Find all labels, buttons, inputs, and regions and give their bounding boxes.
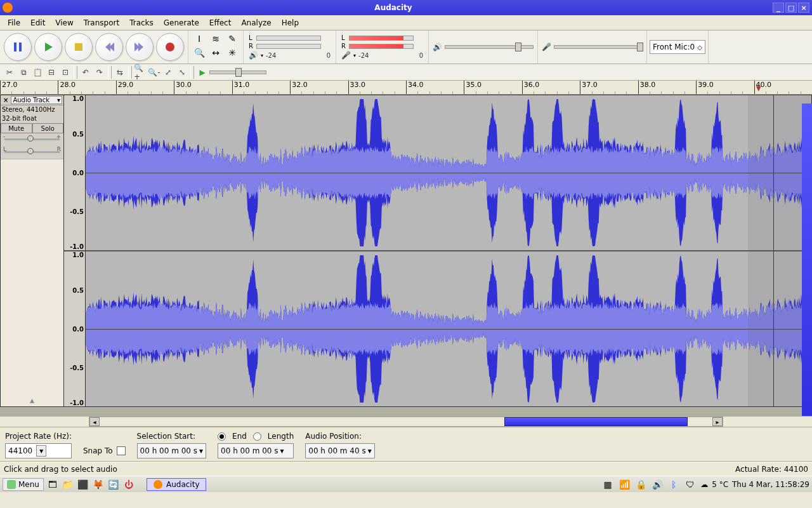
input-meter-l[interactable] [349,36,414,41]
vertical-scrollbar[interactable] [802,104,812,416]
tray-update-icon[interactable]: 🛡 [684,478,697,491]
start-menu-button[interactable]: Menu [3,478,44,491]
clock-text[interactable]: Thu 4 Mar, 11:58:29 [732,480,809,489]
track-format-1: Stereo, 44100Hz [1,105,63,114]
terminal-icon[interactable]: ⬛ [77,478,89,491]
files-icon[interactable]: 📁 [62,478,74,491]
input-volume-slider[interactable] [554,45,643,49]
scroll-left-button[interactable]: ◂ [89,417,100,426]
firefox-icon[interactable]: 🦊 [92,478,105,491]
output-meter-r[interactable] [256,44,321,49]
stop-button[interactable] [65,33,93,61]
menubar: File Edit View Transport Tracks Generate… [0,15,812,30]
zoom-tool-icon[interactable]: 🔍 [191,46,207,60]
show-desktop-icon[interactable]: 🗔 [46,478,59,491]
input-device-combo[interactable]: Front Mic:0 ◇ [650,40,705,54]
os-taskbar: Menu 🗔 📁 ⬛ 🦊 🔄 ⏻ Audacity ▦ 📶 🔒 🔊 ᛒ 🛡 ☁ … [0,476,812,492]
horizontal-scrollbar[interactable]: ◂ ▸ [89,417,723,427]
timeline-ruler[interactable]: 27.028.029.030.031.032.033.034.035.036.0… [0,81,812,95]
silence-icon[interactable]: ⊡ [58,66,72,79]
status-bar: Click and drag to select audio Actual Ra… [0,462,812,476]
end-radio[interactable] [218,432,226,441]
weather-icon[interactable]: ☁ [700,480,708,489]
play-button[interactable] [34,33,62,61]
menu-file[interactable]: File [3,17,25,29]
project-rate-combo[interactable]: 44100 ▾ [5,443,72,458]
track-close-button[interactable]: × [2,97,10,104]
tray-volume-icon[interactable]: 🔊 [651,478,664,491]
reload-icon[interactable]: 🔄 [107,478,120,491]
menu-help[interactable]: Help [277,17,304,29]
minimize-button[interactable]: _ [773,3,784,13]
tools-toolbar: I ≋ ✎ 🔍 ↔ ✳ [188,30,244,64]
pause-button[interactable] [4,33,32,61]
tray-bluetooth-icon[interactable]: ᛒ [667,478,680,491]
power-icon[interactable]: ⏻ [122,478,135,491]
pan-slider[interactable]: L R [1,146,63,159]
solo-button[interactable]: Solo [32,123,64,133]
draw-tool-icon[interactable]: ✎ [224,32,240,46]
meter-dropdown-icon[interactable]: ▾ [353,53,356,58]
track-menu-dropdown[interactable]: Audio Track▾ [11,96,62,104]
output-meter-l[interactable] [256,36,321,41]
waveform-right-channel[interactable]: 1.00.50.0-0.5-1.0 [64,251,811,406]
mic-icon[interactable]: 🎤 [341,51,351,60]
input-meter-r[interactable] [349,44,414,49]
meter-dropdown-icon[interactable]: ▾ [261,53,263,58]
selection-start-field[interactable]: 00 h 00 m 00 s▾ [137,443,206,458]
tray-icon[interactable]: 📶 [618,478,631,491]
cut-icon[interactable]: ✂ [3,66,16,79]
zoom-out-icon[interactable]: 🔍- [147,66,161,79]
menu-analyze[interactable]: Analyze [236,17,276,29]
speaker-icon[interactable]: 🔊 [249,51,258,60]
play-at-speed-icon[interactable]: ▶ [195,66,209,79]
workspace-switcher-icon[interactable]: ▦ [601,478,614,491]
scroll-right-button[interactable]: ▸ [712,417,723,426]
amplitude-ruler-left: 1.00.50.0-0.5-1.0 [64,95,86,250]
output-volume-slider[interactable] [445,45,534,49]
waveform-left-channel[interactable]: 1.00.50.0-0.5-1.0 [64,95,811,251]
menu-edit[interactable]: Edit [25,17,50,29]
gain-slider[interactable]: - + [1,133,63,146]
input-volume-group: 🎤 [538,30,647,64]
trim-icon[interactable]: ⊟ [44,66,58,79]
undo-icon[interactable]: ↶ [79,66,93,79]
scrollbar-thumb[interactable] [504,417,688,426]
tray-icon[interactable]: 🔒 [634,478,647,491]
sync-lock-icon[interactable]: ⇆ [113,66,127,79]
taskbar-app-audacity[interactable]: Audacity [147,478,207,491]
selection-tool-icon[interactable]: I [191,32,207,46]
snap-to-checkbox[interactable] [117,446,126,455]
chevron-down-icon[interactable]: ▾ [36,445,46,457]
skip-start-button[interactable] [95,33,123,61]
waveform-display[interactable]: 1.00.50.0-0.5-1.0 1.00.50.0-0.5-1.0 [64,95,811,406]
menu-transport[interactable]: Transport [79,17,124,29]
fit-project-icon[interactable]: ⤡ [175,66,189,79]
skip-end-button[interactable] [126,33,154,61]
menu-view[interactable]: View [50,17,78,29]
envelope-tool-icon[interactable]: ≋ [207,32,224,46]
input-meter: L R 🎤▾ -240 [336,30,429,64]
redo-icon[interactable]: ↷ [93,66,107,79]
menu-effect[interactable]: Effect [204,17,237,29]
selection-toolbar: Project Rate (Hz): 44100 ▾ Snap To Selec… [0,427,812,462]
selection-end-field[interactable]: 00 h 00 m 00 s▾ [218,443,294,458]
mute-button[interactable]: Mute [1,123,32,133]
fit-selection-icon[interactable]: ⤢ [161,66,175,79]
menu-tracks[interactable]: Tracks [124,17,159,29]
audio-position-field[interactable]: 00 h 00 m 40 s▾ [305,443,374,458]
record-button[interactable] [156,33,184,61]
multi-tool-icon[interactable]: ✳ [224,46,240,60]
device-toolbar: Front Mic:0 ◇ [647,30,709,64]
menu-generate[interactable]: Generate [159,17,204,29]
close-button[interactable]: × [798,3,809,13]
length-radio[interactable] [253,432,261,441]
paste-icon[interactable]: 📋 [30,66,44,79]
copy-icon[interactable]: ⧉ [16,66,30,79]
track-collapse-button[interactable]: ▴ [1,159,63,406]
zoom-in-icon[interactable]: 🔍+ [133,66,147,79]
playback-speed-slider[interactable] [209,70,266,74]
selection-start-label: Selection Start: [137,432,206,441]
maximize-button[interactable]: □ [785,3,797,13]
timeshift-tool-icon[interactable]: ↔ [207,46,224,60]
